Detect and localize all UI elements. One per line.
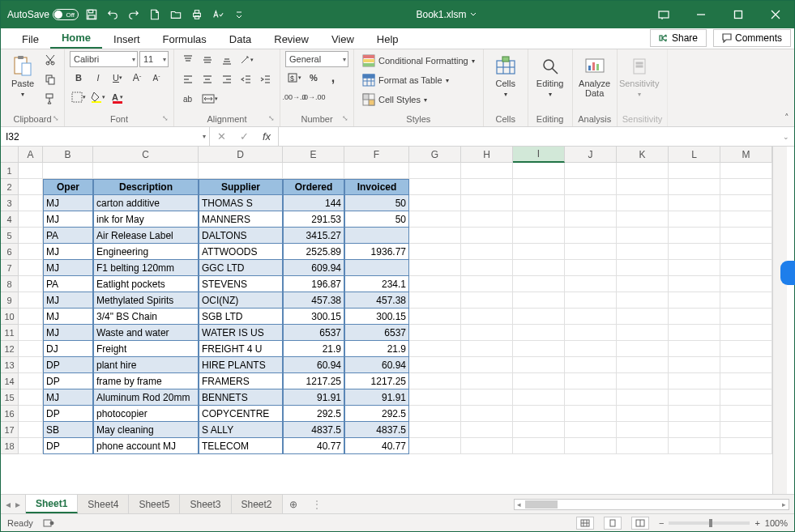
cell[interactable] (409, 325, 461, 341)
cell[interactable] (565, 260, 617, 276)
table-cell[interactable]: DP (43, 357, 93, 373)
table-cell[interactable]: MJ (43, 260, 93, 276)
cell[interactable] (617, 228, 669, 244)
column-header[interactable]: G (409, 147, 461, 163)
qat-dropdown-icon[interactable] (231, 6, 247, 23)
column-header[interactable]: K (617, 147, 669, 163)
minimize-button[interactable] (682, 1, 720, 28)
cell[interactable] (461, 260, 513, 276)
table-cell[interactable]: 457.38 (283, 292, 344, 309)
cell[interactable] (617, 244, 669, 260)
name-box[interactable]: I32▾ (1, 127, 210, 146)
cell[interactable] (43, 163, 93, 179)
cell[interactable] (720, 357, 772, 373)
cell[interactable] (409, 373, 461, 389)
row-header[interactable]: 7 (1, 260, 19, 276)
tab-review[interactable]: Review (263, 30, 320, 49)
table-cell[interactable]: 457.38 (344, 292, 409, 309)
row-header[interactable]: 9 (1, 292, 19, 309)
table-cell[interactable]: S ALLY (199, 422, 283, 438)
table-header-cell[interactable]: Description (93, 179, 199, 195)
cell[interactable] (19, 422, 43, 438)
autosave-toggle[interactable]: AutoSave Off (7, 9, 79, 20)
cell[interactable] (461, 389, 513, 406)
cell[interactable] (19, 341, 43, 357)
merge-center-icon[interactable]: ▾ (198, 90, 222, 108)
font-color-icon[interactable]: A▾ (109, 88, 126, 106)
cell[interactable] (565, 211, 617, 228)
cell[interactable] (461, 292, 513, 309)
row-header[interactable]: 5 (1, 228, 19, 244)
undo-icon[interactable] (105, 6, 121, 23)
table-cell[interactable]: 6537 (283, 325, 344, 341)
dialog-launcher-icon[interactable]: ⤡ (51, 114, 61, 124)
align-left-icon[interactable] (179, 70, 197, 88)
cell[interactable] (19, 211, 43, 228)
spell-icon[interactable] (210, 6, 226, 23)
table-cell[interactable]: 3/4" BS Chain (93, 309, 199, 325)
cell[interactable] (720, 373, 772, 389)
table-cell[interactable]: 40.77 (283, 438, 344, 454)
table-cell[interactable]: phone account MJ (93, 438, 199, 454)
cell[interactable] (617, 357, 669, 373)
cell[interactable] (513, 163, 565, 179)
row-header[interactable]: 17 (1, 422, 19, 438)
accounting-icon[interactable]: $▾ (285, 69, 303, 87)
table-cell[interactable]: 4837.5 (344, 422, 409, 438)
row-header[interactable]: 12 (1, 341, 19, 357)
table-cell[interactable]: 609.94 (283, 260, 344, 276)
cell[interactable] (720, 325, 772, 341)
cell[interactable] (669, 260, 720, 276)
cell[interactable] (513, 292, 565, 309)
collapse-ribbon-icon[interactable]: ˄ (784, 113, 789, 123)
table-cell[interactable]: Waste and water (93, 325, 199, 341)
column-header[interactable]: M (720, 147, 772, 163)
cell[interactable] (565, 292, 617, 309)
cell[interactable] (409, 422, 461, 438)
table-cell[interactable]: 2525.89 (283, 244, 344, 260)
paste-button[interactable]: Paste▾ (6, 51, 40, 99)
cell[interactable] (720, 163, 772, 179)
cell[interactable] (617, 422, 669, 438)
table-cell[interactable]: MANNERS (199, 211, 283, 228)
table-cell[interactable]: MJ (43, 389, 93, 406)
table-cell[interactable]: Methylated Spirits (93, 292, 199, 309)
align-center-icon[interactable] (199, 70, 216, 88)
column-header[interactable]: B (43, 147, 93, 163)
cell[interactable] (617, 406, 669, 422)
row-header[interactable]: 13 (1, 357, 19, 373)
sheet-nav-prev-icon[interactable]: ◂ (6, 499, 11, 510)
table-cell[interactable]: Eatlight pockets (93, 276, 199, 292)
cell[interactable] (461, 309, 513, 325)
cell[interactable] (409, 406, 461, 422)
cell[interactable] (669, 163, 720, 179)
cell[interactable] (461, 357, 513, 373)
cell[interactable] (565, 422, 617, 438)
cell[interactable] (19, 244, 43, 260)
formula-input[interactable]: ⌄ (279, 127, 794, 146)
dialog-launcher-icon[interactable]: ⤡ (160, 114, 170, 124)
cell[interactable] (461, 179, 513, 195)
table-cell[interactable]: 144 (283, 195, 344, 211)
row-header[interactable]: 8 (1, 276, 19, 292)
cell[interactable] (669, 422, 720, 438)
tab-formulas[interactable]: Formulas (152, 30, 218, 49)
table-cell[interactable]: 3415.27 (283, 228, 344, 244)
table-cell[interactable]: MJ (43, 211, 93, 228)
cell[interactable] (669, 276, 720, 292)
table-cell[interactable] (344, 260, 409, 276)
table-cell[interactable]: 300.15 (283, 309, 344, 325)
italic-icon[interactable]: I (89, 69, 107, 87)
sheet-nav-next-icon[interactable]: ▸ (15, 499, 20, 510)
cell[interactable] (19, 163, 43, 179)
cell[interactable] (409, 341, 461, 357)
decrease-decimal-icon[interactable]: .0→.00 (305, 88, 323, 106)
cell[interactable] (461, 211, 513, 228)
table-cell[interactable]: DJ (43, 341, 93, 357)
print-icon[interactable] (189, 6, 205, 23)
cell[interactable] (617, 373, 669, 389)
cell[interactable] (409, 276, 461, 292)
table-cell[interactable]: F1 belting 120mm (93, 260, 199, 276)
cell[interactable] (565, 373, 617, 389)
sheet-tab[interactable]: Sheet2 (232, 495, 283, 513)
